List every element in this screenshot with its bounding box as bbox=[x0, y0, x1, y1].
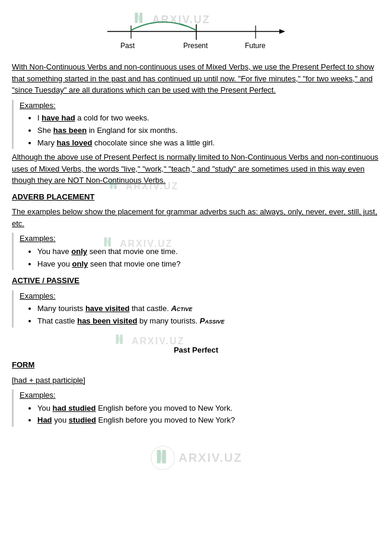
examples-section-1: Examples: I have had a cold for two week… bbox=[12, 100, 380, 150]
although-paragraph-block: Although the above use of Present Perfec… bbox=[12, 151, 380, 186]
timeline-diagram: ARXIV.UZ Past Present Future bbox=[12, 6, 380, 56]
form-bracket: [had + past participle] bbox=[12, 375, 380, 386]
svg-text:Present: Present bbox=[183, 42, 208, 50]
example-item-3: Mary has loved chocolate since she was a… bbox=[37, 137, 380, 150]
svg-text:Past: Past bbox=[120, 42, 135, 50]
adverb-placement-block: ADVERB PLACEMENT bbox=[12, 191, 380, 203]
adverb-example-1: You have only seen that movie one time. bbox=[37, 246, 380, 258]
examples-list-1: I have had a cold for two weeks. She has… bbox=[20, 112, 380, 149]
pp-example-1: You had studied English before you moved… bbox=[37, 402, 380, 415]
adverb-examples-list: You have only seen that movie one time. … bbox=[20, 246, 380, 271]
adverb-examples-label: Examples: bbox=[20, 233, 380, 245]
ap-example-1: Many tourists have visited that castle. … bbox=[37, 303, 380, 315]
active-passive-heading: ACTIVE / PASSIVE bbox=[12, 275, 380, 287]
ap-examples-section: Examples: Many tourists have visited tha… bbox=[12, 290, 380, 328]
ap-example-2: That castle has been visited by many tou… bbox=[37, 315, 380, 328]
intro-paragraph-block: With Non-Continuous Verbs and non-contin… bbox=[12, 61, 380, 96]
active-passive-block: ACTIVE / PASSIVE bbox=[12, 275, 380, 287]
intro-paragraph: With Non-Continuous Verbs and non-contin… bbox=[12, 61, 380, 96]
adverb-heading: ADVERB PLACEMENT bbox=[12, 191, 380, 203]
form-block: FORM bbox=[12, 359, 380, 371]
arxiv-watermark-bottom: ARXIV.UZ bbox=[12, 445, 380, 471]
example-item-1: I have had a cold for two weeks. bbox=[37, 112, 380, 125]
ap-examples-list: Many tourists have visited that castle. … bbox=[20, 303, 380, 328]
form-bracket-block: [had + past participle] bbox=[12, 375, 380, 386]
adverb-example-2: Have you only seen that movie one time? bbox=[37, 258, 380, 271]
examples-label-1: Examples: bbox=[20, 100, 380, 112]
ap-examples-label: Examples: bbox=[20, 290, 380, 302]
example-item-2: She has been in England for six months. bbox=[37, 125, 380, 137]
svg-text:Future: Future bbox=[245, 42, 266, 50]
past-perfect-heading: Past Perfect bbox=[12, 345, 380, 354]
arxiv-bottom-logo-icon bbox=[149, 445, 176, 471]
adverb-paragraph: The examples below show the placement fo… bbox=[12, 206, 380, 229]
although-paragraph: Although the above use of Present Perfec… bbox=[12, 151, 380, 186]
pp-examples-list: You had studied English before you moved… bbox=[20, 402, 380, 427]
adverb-examples-section: Examples: You have only seen that movie … bbox=[12, 233, 380, 270]
adverb-paragraph-block: The examples below show the placement fo… bbox=[12, 206, 380, 229]
form-heading: FORM bbox=[12, 359, 380, 371]
pp-examples-label: Examples: bbox=[20, 389, 380, 401]
timeline-svg: Past Present Future bbox=[95, 8, 297, 52]
svg-marker-4 bbox=[279, 29, 285, 34]
pp-example-2: Had you studied English before you moved… bbox=[37, 414, 380, 427]
pp-examples-section: Examples: You had studied English before… bbox=[12, 389, 380, 427]
